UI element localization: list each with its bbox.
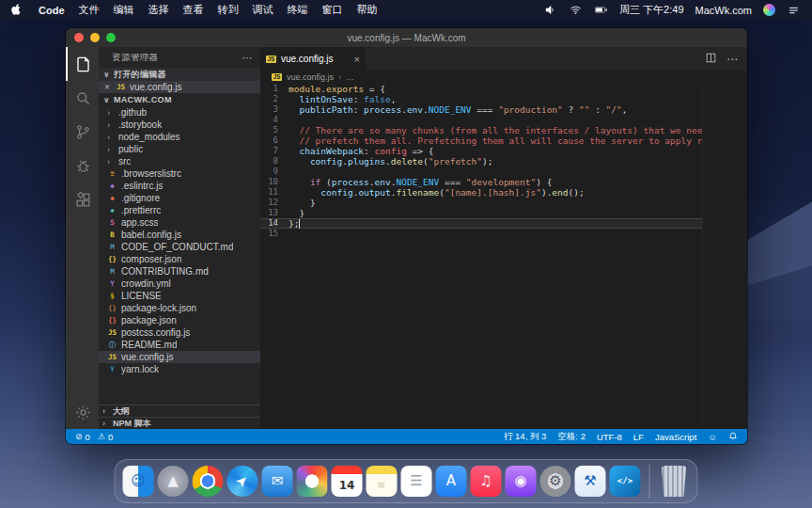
dock-chrome-icon[interactable] — [193, 466, 224, 497]
feedback-icon[interactable]: ☺ — [708, 432, 717, 442]
file-babel.config.js[interactable]: Bbabel.config.js — [99, 229, 260, 241]
indentation-setting[interactable]: 空格: 2 — [557, 431, 586, 443]
breadcrumb[interactable]: JS vue.config.js › … — [260, 71, 747, 84]
minimize-window-button[interactable] — [90, 33, 100, 42]
code-line-5: 5 // There are so many chunks (from all … — [260, 125, 747, 135]
window-titlebar[interactable]: vue.config.js — MacWk.com — [66, 28, 747, 47]
workspace-header[interactable]: ∨ MACWK.COM — [99, 93, 260, 106]
dock-finder-icon[interactable]: ☺ — [123, 466, 154, 497]
file-.eslintrc.js[interactable]: ◆.eslintrc.js — [99, 180, 260, 192]
battery-icon[interactable] — [594, 4, 608, 16]
menu-item[interactable]: 调试 — [253, 3, 273, 17]
file-package.json[interactable]: {}package.json — [99, 314, 260, 326]
encoding-setting[interactable]: UTF-8 — [597, 432, 622, 442]
open-editor-item[interactable]: ×JSvue.config.js — [99, 81, 260, 93]
file-.browserslistrc[interactable]: ≡.browserslistrc — [99, 167, 260, 180]
file-composer.json[interactable]: {}composer.json — [99, 253, 260, 265]
menu-item[interactable]: 选择 — [148, 3, 169, 17]
dock-system-preferences-icon[interactable]: ⚙ — [540, 466, 571, 497]
sidebar-section-NPM 脚本[interactable]: ›NPM 脚本 — [99, 417, 260, 429]
explorer-icon[interactable] — [66, 47, 99, 81]
dock-safari-icon[interactable]: ➤ — [227, 466, 258, 497]
tab-vue-config-js[interactable]: JS vue.config.js × — [260, 47, 366, 71]
open-editors-header[interactable]: ∨ 打开的编辑器 — [99, 68, 260, 81]
sidebar-more-icon[interactable]: ⋯ — [242, 52, 253, 64]
folder-.github[interactable]: ›.github — [99, 106, 260, 119]
warnings-indicator[interactable]: ⚠ 0 — [98, 432, 113, 442]
volume-icon[interactable] — [543, 4, 557, 16]
file-name: babel.config.js — [121, 230, 181, 240]
folder-node_modules[interactable]: ›node_modules — [99, 131, 260, 143]
errors-indicator[interactable]: ⊘ 0 — [75, 432, 90, 442]
split-editor-icon[interactable] — [705, 51, 717, 68]
file-package-lock.json[interactable]: {}package-lock.json — [99, 302, 260, 314]
sidebar-section-大纲[interactable]: ›大纲 — [99, 405, 260, 417]
menubar-clock[interactable]: 周三 下午2:49 — [619, 3, 683, 17]
dock-notes-icon[interactable]: ≡ — [367, 466, 398, 497]
notifications-bell-icon[interactable] — [728, 431, 738, 442]
dock-launchpad-icon[interactable]: ▲ — [158, 466, 189, 497]
dock-music-icon[interactable]: ♫ — [471, 466, 502, 497]
folder-src[interactable]: ›src — [99, 155, 260, 167]
file-crowdin.yml[interactable]: Ycrowdin.yml — [99, 278, 260, 290]
language-mode[interactable]: JavaScript — [655, 432, 696, 442]
file-postcss.config.js[interactable]: JSpostcss.config.js — [99, 326, 260, 339]
cursor-position[interactable]: 行 14, 列 3 — [504, 431, 546, 443]
file-app.scss[interactable]: Sapp.scss — [99, 216, 260, 229]
wifi-icon[interactable] — [569, 4, 583, 16]
file-type-icon: ◆ — [107, 182, 117, 190]
file-README.md[interactable]: ⓘREADME.md — [99, 339, 260, 351]
minimap-line — [707, 102, 745, 103]
dock-reminders-icon[interactable]: ☰ — [401, 466, 432, 497]
folder-.storybook[interactable]: ›.storybook — [99, 119, 260, 131]
code-editor[interactable]: 1module.exports = {2 lintOnSave: false,3… — [260, 84, 747, 239]
menu-item[interactable]: 查看 — [183, 3, 204, 17]
file-.gitignore[interactable]: ◆.gitignore — [99, 192, 260, 204]
close-icon[interactable]: × — [104, 82, 112, 92]
dock-vscode-icon[interactable]: </> — [610, 466, 641, 497]
menu-item[interactable]: 转到 — [218, 3, 239, 17]
dock-app-store-icon[interactable]: A — [436, 466, 467, 497]
dock-mail-icon[interactable]: ✉ — [262, 466, 293, 497]
dock-podcasts-icon[interactable]: ◉ — [506, 466, 537, 497]
menu-item[interactable]: 帮助 — [357, 3, 378, 17]
zoom-window-button[interactable] — [106, 33, 116, 42]
js-file-icon: JS — [266, 56, 276, 63]
menu-item[interactable]: 编辑 — [114, 3, 134, 17]
editor-more-icon[interactable]: ⋯ — [726, 53, 738, 66]
dock-trash-icon[interactable] — [659, 466, 690, 497]
file-.prettierrc[interactable]: ◆.prettierrc — [99, 204, 260, 216]
siri-icon[interactable] — [763, 4, 775, 16]
apple-menu-icon[interactable] — [11, 4, 23, 16]
dock-xcode-icon[interactable]: ⚒ — [575, 466, 606, 497]
menu-item[interactable]: 窗口 — [322, 3, 343, 17]
minimap-line — [707, 104, 745, 106]
file-CODE_OF_CONDUCT.md[interactable]: MCODE_OF_CONDUCT.md — [99, 241, 260, 253]
minimap[interactable] — [702, 86, 747, 429]
close-window-button[interactable] — [74, 33, 84, 42]
file-vue.config.js[interactable]: JSvue.config.js — [99, 351, 260, 363]
dock-photos-icon[interactable] — [297, 466, 328, 497]
chevron-right-icon: › — [107, 133, 115, 142]
debug-icon[interactable] — [66, 149, 99, 183]
file-CONTRIBUTING.md[interactable]: MCONTRIBUTING.md — [99, 265, 260, 278]
folder-public[interactable]: ›public — [99, 143, 260, 155]
settings-gear-icon[interactable] — [66, 395, 99, 429]
menu-item[interactable]: 终端 — [288, 3, 308, 17]
file-type-icon: JS — [107, 353, 117, 361]
search-icon[interactable] — [66, 81, 99, 115]
breadcrumb-file[interactable]: vue.config.js — [287, 72, 334, 82]
eol-setting[interactable]: LF — [633, 432, 644, 442]
extensions-icon[interactable] — [66, 183, 99, 216]
dock-calendar-icon[interactable]: 14 — [332, 466, 363, 497]
menu-app-name[interactable]: Code — [39, 5, 65, 16]
file-LICENSE[interactable]: §LICENSE — [99, 290, 260, 302]
minimap-line — [707, 116, 745, 118]
file-name: .storybook — [118, 119, 162, 130]
menu-item[interactable]: 文件 — [79, 3, 100, 17]
source-control-icon[interactable] — [66, 115, 99, 149]
file-yarn.lock[interactable]: Yyarn.lock — [99, 363, 260, 375]
tab-close-icon[interactable]: × — [354, 54, 360, 65]
breadcrumb-more[interactable]: … — [346, 72, 354, 82]
notification-center-icon[interactable] — [787, 4, 801, 16]
